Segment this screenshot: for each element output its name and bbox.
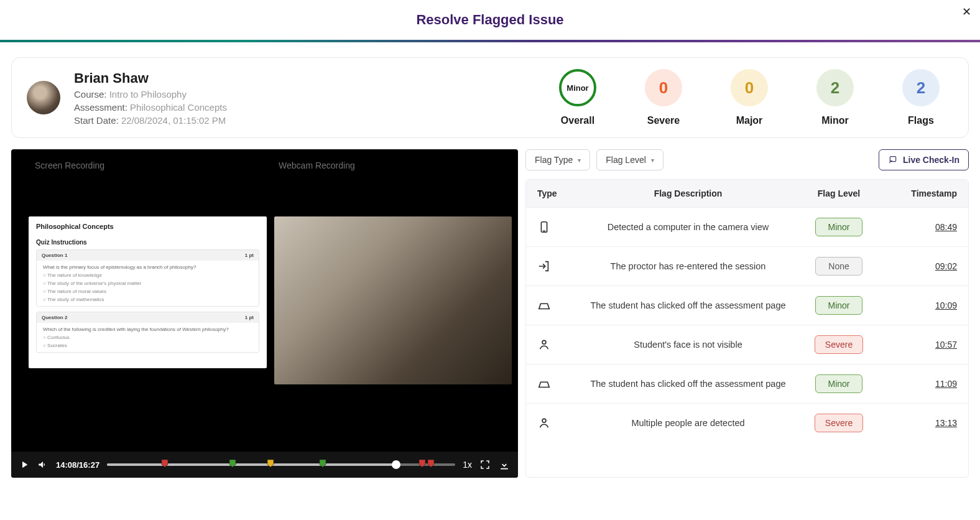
chevron-down-icon: ▾ [651, 157, 654, 164]
video-panel: Screen Recording Webcam Recording Philos… [11, 149, 518, 478]
flag-level-badge: Minor [815, 218, 862, 236]
close-button[interactable]: ✕ [962, 5, 971, 19]
q2-pts: 1 pt [245, 315, 254, 320]
row-timestamp-link[interactable]: 10:09 [935, 300, 957, 310]
video-controls: 14:08/16:27 1x [11, 452, 518, 478]
fullscreen-button[interactable] [479, 459, 491, 470]
table-row[interactable]: Multiple people are detectedSevere13:13 [526, 403, 968, 442]
q1-pts: 1 pt [245, 253, 254, 258]
flags-ring: 2 [902, 69, 940, 106]
timeline-knob[interactable] [392, 460, 400, 469]
timeline-marker[interactable] [427, 459, 435, 468]
timeline-marker[interactable] [319, 459, 326, 468]
minor-label: Minor [821, 115, 849, 126]
th-desc: Flag Description [581, 188, 795, 198]
th-level: Flag Level [795, 188, 882, 198]
student-info-card: Brian Shaw Course: Intro to Philosophy A… [11, 57, 969, 138]
row-type-icon [537, 299, 581, 312]
course-line: Course: Intro to Philosophy [74, 89, 552, 100]
overall-ring: Minor [559, 69, 596, 106]
live-checkin-label: Live Check-In [903, 155, 959, 165]
row-timestamp-link[interactable]: 11:09 [935, 379, 957, 389]
modal-header: Resolve Flagged Issue ✕ [0, 0, 980, 40]
table-row[interactable]: Detected a computer in the camera viewMi… [526, 207, 968, 246]
time-display: 14:08/16:27 [56, 460, 99, 470]
major-label: Major [736, 115, 763, 126]
timeline-marker[interactable] [229, 459, 236, 468]
table-row[interactable]: The proctor has re-entered the sessionNo… [526, 246, 968, 286]
table-row[interactable]: The student has clicked off the assessme… [526, 286, 968, 325]
row-level-cell: Severe [795, 414, 882, 432]
startdate-line: Start Date: 22/08/2024, 01:15:02 PM [74, 115, 552, 126]
cast-icon [888, 155, 898, 165]
startdate-value: 22/08/2024, 01:15:02 PM [121, 115, 226, 126]
severe-label: Severe [647, 115, 680, 126]
flag-level-badge: Minor [815, 374, 862, 393]
stat-minor: 2 Minor [809, 69, 861, 126]
table-header: Type Flag Description Flag Level Timesta… [526, 180, 968, 207]
course-value: Intro to Philosophy [109, 89, 187, 100]
startdate-label: Start Date: [74, 115, 119, 126]
download-button[interactable] [498, 458, 511, 471]
row-level-cell: Severe [795, 335, 882, 354]
flag-level-label: Flag Level [606, 155, 646, 165]
row-timestamp-link[interactable]: 09:02 [935, 261, 957, 271]
assessment-label: Assessment: [74, 102, 127, 113]
student-name: Brian Shaw [74, 70, 552, 86]
webcam-recording-label: Webcam Recording [279, 160, 355, 170]
timeline-marker[interactable] [161, 459, 169, 468]
video-center: Philosophical Concepts Quiz Instructions… [29, 216, 512, 384]
filters-row: Flag Type ▾ Flag Level ▾ Live Check-In [525, 149, 969, 170]
row-description: The student has clicked off the assessme… [581, 379, 795, 389]
modal-title: Resolve Flagged Issue [416, 12, 563, 28]
row-type-icon [537, 377, 581, 391]
row-type-icon [537, 220, 581, 234]
row-timestamp-link[interactable]: 13:13 [935, 418, 957, 428]
q2-head: Question 2 [42, 315, 67, 320]
flags-label: Flags [908, 115, 934, 126]
flag-level-badge: None [815, 257, 862, 276]
student-meta: Brian Shaw Course: Intro to Philosophy A… [74, 70, 552, 126]
playback-speed[interactable]: 1x [463, 460, 472, 470]
volume-button[interactable] [37, 459, 49, 470]
stats-row: Minor Overall 0 Severe 0 Major 2 Minor 2… [552, 69, 953, 126]
play-button[interactable] [19, 459, 30, 470]
row-type-icon [537, 416, 581, 430]
timeline[interactable] [107, 460, 455, 470]
row-level-cell: Minor [795, 374, 882, 393]
screen-recording-thumb[interactable]: Philosophical Concepts Quiz Instructions… [29, 216, 267, 368]
row-description: The student has clicked off the assessme… [581, 300, 795, 310]
table-row[interactable]: Student's face is not visibleSevere10:57 [526, 325, 968, 364]
row-type-icon [537, 338, 581, 351]
live-checkin-button[interactable]: Live Check-In [879, 149, 969, 170]
timeline-marker[interactable] [418, 459, 426, 468]
severe-ring: 0 [645, 69, 682, 106]
webcam-recording-thumb[interactable] [274, 216, 512, 384]
timeline-marker[interactable] [267, 459, 274, 468]
row-level-cell: Minor [795, 218, 882, 236]
chevron-down-icon: ▾ [578, 157, 581, 164]
row-level-cell: Minor [795, 296, 882, 315]
overall-text: Minor [566, 83, 588, 93]
question-card-2: Question 21 pt Which of the following is… [36, 312, 259, 353]
minor-ring: 2 [816, 69, 854, 106]
th-ts: Timestamp [882, 188, 957, 198]
q1-body: What is the primary focus of epistemolog… [37, 261, 259, 306]
flag-level-badge: Minor [815, 296, 862, 315]
student-avatar [27, 81, 60, 114]
table-body[interactable]: Detected a computer in the camera viewMi… [526, 207, 968, 477]
flags-panel: Flag Type ▾ Flag Level ▾ Live Check-In T… [525, 149, 969, 478]
row-timestamp-link[interactable]: 10:57 [935, 340, 957, 350]
flag-type-dropdown[interactable]: Flag Type ▾ [525, 149, 590, 170]
table-row[interactable]: The student has clicked off the assessme… [526, 364, 968, 403]
row-description: Student's face is not visible [581, 340, 795, 350]
th-type: Type [537, 188, 581, 198]
flag-level-dropdown[interactable]: Flag Level ▾ [596, 149, 663, 170]
row-type-icon [537, 259, 581, 273]
row-timestamp-link[interactable]: 08:49 [935, 222, 957, 232]
screen-recording-label: Screen Recording [35, 160, 104, 170]
row-description: Multiple people are detected [581, 418, 795, 428]
course-label: Course: [74, 89, 107, 100]
video-labels: Screen Recording Webcam Recording [11, 149, 518, 170]
q1-head: Question 1 [42, 253, 67, 258]
